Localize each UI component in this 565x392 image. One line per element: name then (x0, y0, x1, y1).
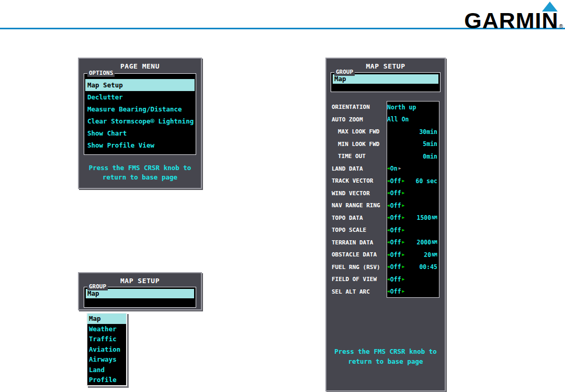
left-arrow-icon: ◀ (387, 253, 390, 257)
left-arrow-icon: ◀ (387, 204, 390, 208)
menu-item-declutter[interactable]: Declutter (85, 91, 195, 103)
group-label: GROUP (87, 283, 108, 290)
setting-value: 1500 (416, 214, 431, 221)
manual-page: GARMIN ® PAGE MENU OPTIONS Map Setup Dec… (0, 0, 565, 392)
right-arrow-icon: ▶ (402, 228, 405, 232)
setting-state: Off (390, 276, 401, 283)
setting-topo-scale[interactable]: ◀ Off ▶ (387, 227, 439, 234)
setting-value: All On (387, 116, 409, 123)
right-arrow-icon: ▶ (402, 216, 405, 220)
registered-mark: ® (559, 24, 563, 29)
left-arrow-icon: ◀ (387, 289, 390, 294)
right-arrow-icon: ▶ (402, 204, 405, 208)
setting-label: TOPO SCALE (326, 227, 387, 233)
setting-wind-vector[interactable]: ◀ Off ▶ (387, 189, 439, 197)
setting-label: OBSTACLE DATA (326, 251, 387, 258)
menu-item-show-profile-view[interactable]: Show Profile View (85, 139, 195, 151)
setting-value: 30min (419, 128, 437, 136)
setting-state: Off (390, 214, 401, 221)
setting-row: NAV RANGE RING ◀ Off ▶ (326, 199, 445, 212)
left-arrow-icon: ◀ (387, 277, 390, 282)
garmin-logo: GARMIN ® (445, 0, 565, 33)
setting-track-vector[interactable]: ◀ Off ▶ 60 sec (387, 177, 439, 185)
setting-value: 20 (424, 251, 431, 259)
setting-value: 2000 (416, 239, 431, 246)
menu-item-clear-stormscope-lightning[interactable]: Clear Stormscope® Lightning (85, 115, 195, 127)
setting-label: MIN LOOK FWD (326, 141, 387, 148)
setting-label: LAND DATA (326, 165, 387, 172)
setting-row: AUTO ZOOM All On (326, 114, 445, 126)
menu-item-map-setup[interactable]: Map Setup (85, 79, 195, 91)
setting-time-out[interactable]: 0min (387, 153, 439, 160)
left-arrow-icon: ◀ (387, 191, 390, 195)
setting-unit: NM (432, 240, 437, 245)
setting-row: MIN LOOK FWD 5min (326, 138, 445, 151)
setting-nav-range-ring[interactable]: ◀ Off ▶ (387, 202, 439, 209)
setting-row: SEL ALT ARC ◀ Off ▶ (326, 286, 445, 298)
setting-unit: NM (432, 252, 437, 257)
page-menu-panel: PAGE MENU OPTIONS Map Setup Declutter Me… (78, 58, 202, 189)
setting-row: MAX LOOK FWD 30min (326, 126, 445, 138)
right-arrow-icon: ▶ (402, 179, 405, 183)
setting-label: FUEL RNG (RSV) (326, 264, 387, 271)
options-label: OPTIONS (87, 70, 115, 77)
setting-label: SEL ALT ARC (326, 288, 387, 295)
setting-fuel-rng[interactable]: ◀ Off ▶ 00:45 (387, 263, 439, 271)
right-arrow-icon: ▶ (402, 240, 405, 244)
setting-label: NAV RANGE RING (326, 202, 387, 209)
garmin-wordmark: GARMIN (464, 10, 558, 30)
dropdown-option-weather[interactable]: Weather (87, 324, 126, 334)
map-settings-list: ORIENTATION North up AUTO ZOOM All On MA… (326, 101, 445, 298)
setting-state: On (390, 165, 398, 172)
dropdown-option-aviation[interactable]: Aviation (87, 344, 126, 355)
right-arrow-icon: ▶ (402, 191, 405, 195)
dropdown-option-map[interactable]: Map (87, 313, 126, 324)
setting-sel-alt-arc[interactable]: ◀ Off ▶ (387, 288, 439, 295)
page-menu-title: PAGE MENU (79, 62, 201, 70)
setting-label: AUTO ZOOM (326, 116, 387, 123)
setting-topo-data[interactable]: ◀ Off ▶ 1500 NM (387, 214, 439, 221)
setting-terrain-data[interactable]: ◀ Off ▶ 2000 NM (387, 239, 439, 246)
setting-unit: NM (432, 215, 437, 220)
footer-line-2: return to base page (79, 173, 201, 182)
garmin-wordmark-row: GARMIN ® (464, 10, 563, 30)
setting-state: Off (390, 202, 401, 209)
setting-field-of-view[interactable]: ◀ Off ▶ (387, 276, 439, 283)
setting-obstacle-data[interactable]: ◀ Off ▶ 20 NM (387, 251, 439, 259)
footer-line-1: Press the FMS CRSR knob to (79, 163, 201, 173)
setting-state: Off (390, 251, 401, 259)
dropdown-option-airways[interactable]: Airways (87, 354, 126, 365)
setting-land-data[interactable]: ◀ On ▶ (387, 165, 439, 172)
right-arrow-icon: ▶ (402, 265, 405, 269)
setting-row: TOPO SCALE ◀ Off ▶ (326, 224, 445, 237)
left-arrow-icon: ◀ (387, 216, 390, 220)
setting-row: ORIENTATION North up (326, 101, 445, 114)
setting-row: FIELD OF VIEW ◀ Off ▶ (326, 273, 445, 286)
footer-line-1: Press the FMS CRSR knob to (326, 346, 445, 356)
left-arrow-icon: ◀ (387, 179, 390, 183)
setting-label: ORIENTATION (326, 104, 387, 110)
setting-label: MAX LOOK FWD (326, 128, 387, 135)
setting-auto-zoom[interactable]: All On (387, 116, 439, 123)
setting-min-look-fwd[interactable]: 5min (387, 140, 439, 148)
setting-state: Off (390, 288, 401, 295)
setting-row: OBSTACLE DATA ◀ Off ▶ 20 NM (326, 249, 445, 261)
right-arrow-icon: ▶ (402, 277, 405, 282)
dropdown-option-profile[interactable]: Profile (87, 375, 126, 385)
menu-item-show-chart[interactable]: Show Chart (85, 127, 195, 139)
dropdown-option-traffic[interactable]: Traffic (87, 334, 126, 344)
setting-orientation[interactable]: North up (387, 104, 439, 111)
setting-label: TIME OUT (326, 153, 387, 160)
map-setup-footer: Press the FMS CRSR knob to return to bas… (326, 346, 445, 366)
setting-label: TERRAIN DATA (326, 239, 387, 246)
menu-item-measure-bearing-distance[interactable]: Measure Bearing/Distance (85, 103, 195, 115)
setting-state: Off (390, 189, 401, 197)
left-arrow-icon: ◀ (387, 166, 390, 171)
setting-state: Off (390, 263, 401, 271)
setting-value: 5min (423, 140, 437, 148)
group-box: GROUP Map (331, 72, 440, 92)
setting-label: TRACK VECTOR (326, 177, 387, 184)
dropdown-option-land[interactable]: Land (87, 365, 126, 375)
setting-label: FIELD OF VIEW (326, 276, 387, 283)
setting-max-look-fwd[interactable]: 30min (387, 128, 439, 136)
